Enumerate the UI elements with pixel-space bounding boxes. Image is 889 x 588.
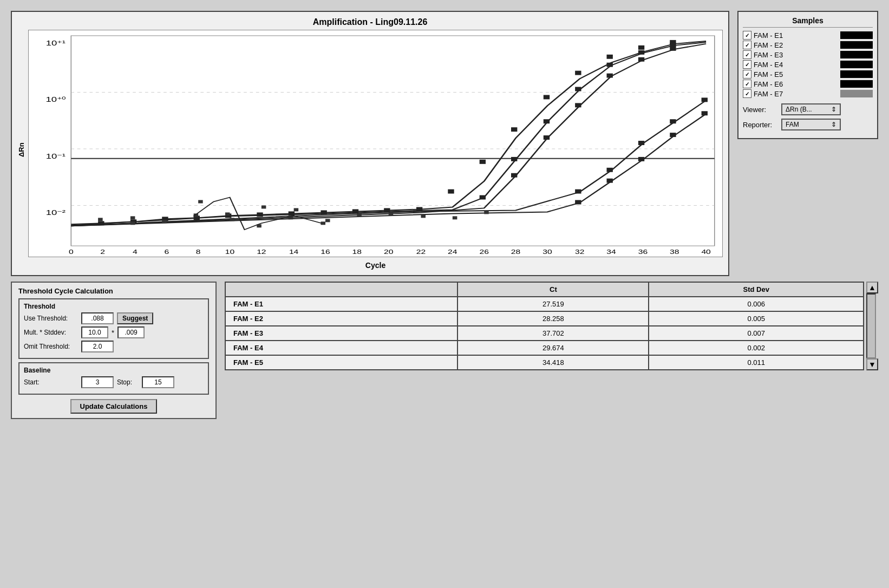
svg-rect-42: [448, 190, 454, 194]
svg-rect-69: [607, 179, 613, 183]
svg-rect-86: [453, 216, 457, 219]
reporter-row: Reporter: FAM ⇕: [743, 119, 873, 130]
scroll-up-button[interactable]: ▲: [866, 282, 878, 293]
sample-label-e2: FAM - E2: [754, 41, 838, 49]
baseline-sub-panel: Baseline Start: Stop:: [18, 362, 209, 395]
baseline-row: Start: Stop:: [24, 376, 204, 388]
viewer-value: ΔRn (B...: [786, 106, 812, 113]
omit-threshold-row: Omit Threshold:: [24, 341, 204, 352]
mult-input[interactable]: [81, 326, 108, 338]
threshold-panel: Threshold Cycle Calculation Threshold Us…: [11, 282, 217, 419]
use-threshold-row: Use Threshold: Suggest: [24, 312, 204, 324]
svg-rect-58: [607, 168, 613, 172]
col-header-ct: Ct: [457, 282, 649, 297]
svg-text:26: 26: [479, 249, 488, 255]
sample-checkbox-e7[interactable]: [743, 89, 751, 98]
sample-label-e5: FAM - E5: [754, 70, 838, 79]
results-table: Ct Std Dev FAM - E1 27.519 0.006 FAM - E…: [225, 282, 864, 370]
start-input[interactable]: [81, 376, 114, 388]
omit-threshold-label: Omit Threshold:: [24, 343, 78, 350]
svg-text:16: 16: [321, 249, 330, 255]
reporter-value: FAM: [786, 121, 799, 128]
svg-rect-72: [702, 111, 708, 115]
svg-text:18: 18: [352, 249, 362, 255]
x-axis-label: Cycle: [28, 261, 723, 270]
svg-rect-59: [638, 141, 644, 145]
mult-stddev-row: Mult. * Stddev: *: [24, 326, 204, 338]
svg-text:10⁻²: 10⁻²: [46, 209, 66, 217]
update-calculations-button[interactable]: Update Calculations: [70, 399, 158, 414]
sample-checkbox-e4[interactable]: [743, 60, 751, 69]
svg-text:38: 38: [670, 249, 679, 255]
stop-input[interactable]: [142, 376, 174, 388]
samples-title: Samples: [743, 16, 873, 28]
table-row: FAM - E3 37.702 0.007: [225, 326, 864, 341]
svg-rect-46: [575, 71, 581, 75]
row-ct-e5: 34.418: [457, 355, 649, 370]
svg-rect-48: [638, 45, 644, 50]
sample-color-bar-e2: [840, 41, 873, 49]
svg-text:0: 0: [69, 249, 74, 255]
chart-container: Amplification - Ling09.11.26 ΔRn 10⁺¹ 10…: [11, 11, 729, 276]
main-container: Amplification - Ling09.11.26 ΔRn 10⁺¹ 10…: [11, 11, 878, 419]
svg-rect-68: [575, 200, 581, 205]
svg-rect-75: [162, 220, 167, 223]
sample-label-e3: FAM - E3: [754, 51, 838, 59]
bottom-row: Threshold Cycle Calculation Threshold Us…: [11, 282, 878, 419]
use-threshold-input[interactable]: [81, 312, 114, 324]
omit-threshold-input[interactable]: [81, 341, 114, 352]
svg-rect-45: [544, 95, 550, 99]
svg-rect-83: [357, 213, 362, 217]
use-threshold-label: Use Threshold:: [24, 315, 78, 322]
sample-color-bar-e7: [840, 90, 873, 97]
row-std-e3: 0.007: [649, 326, 864, 341]
multiply-sign: *: [112, 329, 114, 337]
row-ct-e4: 29.674: [457, 341, 649, 355]
sample-checkbox-e5[interactable]: [743, 70, 751, 79]
svg-text:10: 10: [225, 249, 234, 255]
list-item: FAM - E2: [743, 41, 873, 49]
scroll-track[interactable]: [866, 293, 876, 358]
scroll-down-button[interactable]: ▼: [866, 358, 878, 370]
suggest-button[interactable]: Suggest: [117, 312, 153, 324]
list-item: FAM - E6: [743, 80, 873, 88]
svg-text:20: 20: [384, 249, 393, 255]
sample-checkbox-e1[interactable]: [743, 31, 751, 40]
stddev-input[interactable]: [117, 326, 145, 338]
svg-text:30: 30: [542, 249, 552, 255]
viewer-row: Viewer: ΔRn (B... ⇕: [743, 103, 873, 115]
reporter-select[interactable]: FAM ⇕: [781, 119, 841, 130]
row-std-e1: 0.006: [649, 297, 864, 311]
svg-rect-78: [198, 200, 203, 204]
row-label-e1: FAM - E1: [225, 297, 457, 311]
svg-rect-79: [230, 218, 234, 221]
sample-checkbox-e3[interactable]: [743, 50, 751, 59]
svg-rect-55: [638, 50, 644, 55]
table-row: FAM - E5 34.418 0.011: [225, 355, 864, 370]
sample-checkbox-e6[interactable]: [743, 80, 751, 88]
row-std-e4: 0.002: [649, 341, 864, 355]
row-ct-e3: 37.702: [457, 326, 649, 341]
sample-checkbox-e2[interactable]: [743, 41, 751, 49]
svg-rect-81: [294, 208, 299, 211]
svg-text:14: 14: [289, 249, 299, 255]
svg-rect-67: [670, 47, 676, 51]
col-header-std: Std Dev: [649, 282, 864, 297]
svg-text:8: 8: [196, 249, 201, 255]
svg-rect-52: [544, 119, 550, 123]
svg-rect-61: [702, 97, 708, 102]
viewer-select[interactable]: ΔRn (B... ⇕: [781, 103, 841, 115]
start-label: Start:: [24, 378, 78, 386]
col-header-name: [225, 282, 457, 297]
sample-label-e7: FAM - E7: [754, 90, 838, 98]
svg-rect-60: [670, 119, 676, 123]
row-std-e2: 0.005: [649, 311, 864, 326]
row-label-e4: FAM - E4: [225, 341, 457, 355]
svg-rect-84: [389, 212, 394, 215]
chart-title: Amplification - Ling09.11.26: [17, 17, 723, 27]
row-ct-e1: 27.519: [457, 297, 649, 311]
svg-text:6: 6: [164, 249, 169, 255]
svg-text:22: 22: [416, 249, 426, 255]
table-with-scroll: Ct Std Dev FAM - E1 27.519 0.006 FAM - E…: [225, 282, 878, 370]
svg-rect-74: [130, 216, 135, 219]
